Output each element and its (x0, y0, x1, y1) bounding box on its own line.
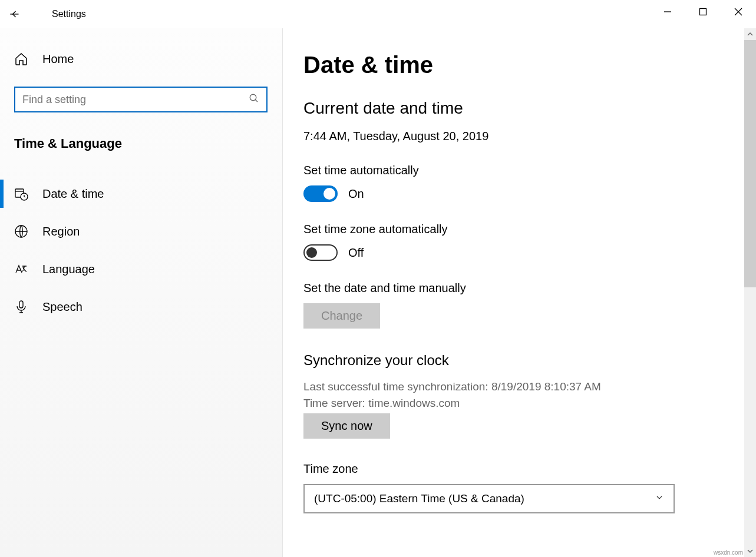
minimize-icon (663, 8, 672, 16)
home-label: Home (42, 52, 74, 66)
title-bar: Settings (0, 0, 756, 28)
back-button[interactable] (0, 0, 28, 28)
auto-tz-state: Off (348, 246, 364, 260)
timezone-value: (UTC-05:00) Eastern Time (US & Canada) (314, 492, 524, 505)
sync-last-info: Last successful time synchronization: 8/… (303, 380, 756, 393)
sidebar-item-label: Language (42, 263, 95, 276)
app-title: Settings (52, 9, 86, 19)
timezone-dropdown[interactable]: (UTC-05:00) Eastern Time (US & Canada) (303, 484, 675, 513)
chevron-up-icon (747, 31, 753, 37)
change-button: Change (303, 303, 380, 329)
current-datetime-heading: Current date and time (303, 99, 756, 118)
category-heading: Time & Language (14, 136, 282, 151)
auto-time-label: Set time automatically (303, 164, 756, 177)
manual-label: Set the date and time manually (303, 281, 756, 295)
calendar-clock-icon (14, 187, 28, 201)
sidebar-item-date-time[interactable]: Date & time (14, 175, 282, 213)
scroll-down-button[interactable] (744, 545, 756, 557)
maximize-icon (699, 8, 707, 16)
scrollbar[interactable] (744, 28, 756, 557)
watermark-text: wsxdn.com (714, 549, 743, 556)
sidebar: Home Time & Language Date & time Region (0, 28, 283, 557)
chevron-down-icon (655, 492, 664, 505)
globe-icon (14, 224, 28, 238)
sidebar-item-label: Speech (42, 300, 82, 314)
home-link[interactable]: Home (14, 52, 282, 66)
sidebar-item-label: Date & time (42, 187, 104, 201)
auto-tz-label: Set time zone automatically (303, 223, 756, 236)
search-box[interactable] (14, 87, 268, 112)
chevron-down-icon (747, 548, 753, 554)
sidebar-item-speech[interactable]: Speech (14, 288, 282, 326)
microphone-icon (14, 300, 28, 314)
svg-line-5 (255, 100, 257, 102)
window-controls (650, 0, 756, 24)
scroll-up-button[interactable] (744, 28, 756, 40)
close-icon (734, 8, 742, 16)
timezone-label: Time zone (303, 462, 756, 476)
auto-time-toggle[interactable] (303, 185, 338, 202)
maximize-button[interactable] (685, 0, 721, 24)
home-icon (14, 52, 28, 66)
auto-time-state: On (348, 187, 364, 201)
scroll-thumb[interactable] (744, 40, 756, 287)
svg-line-10 (24, 197, 25, 197)
svg-rect-12 (19, 301, 23, 308)
search-input[interactable] (22, 94, 249, 106)
auto-tz-toggle[interactable] (303, 244, 338, 261)
page-title: Date & time (303, 52, 756, 78)
close-button[interactable] (721, 0, 756, 24)
arrow-left-icon (8, 8, 20, 20)
sidebar-item-language[interactable]: Language (14, 250, 282, 288)
sync-heading: Synchronize your clock (303, 352, 756, 369)
sync-server-info: Time server: time.windows.com (303, 397, 756, 410)
svg-point-4 (250, 94, 256, 101)
sync-now-button[interactable]: Sync now (303, 413, 390, 439)
content-area: Date & time Current date and time 7:44 A… (283, 28, 756, 557)
sidebar-item-label: Region (42, 225, 80, 238)
language-icon (14, 262, 28, 276)
sidebar-item-region[interactable]: Region (14, 213, 282, 250)
search-icon (249, 93, 259, 106)
current-datetime-value: 7:44 AM, Tuesday, August 20, 2019 (303, 130, 756, 143)
minimize-button[interactable] (650, 0, 685, 24)
svg-rect-1 (700, 9, 707, 15)
